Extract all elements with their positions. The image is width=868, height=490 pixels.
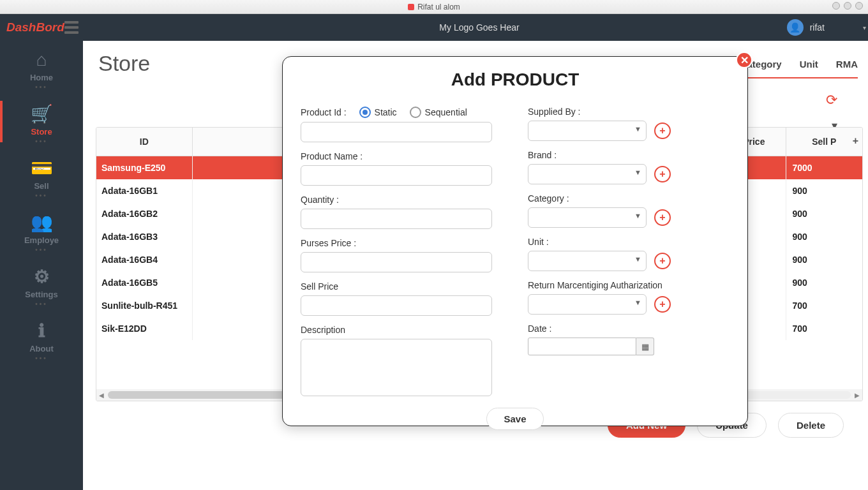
cell-sell-price: 900 [786, 179, 862, 202]
cell-id: Adata-16GB5 [96, 271, 192, 294]
description-label: Description [301, 325, 502, 335]
purses-price-input[interactable] [301, 252, 492, 272]
unit-field-label: Unit : [528, 237, 730, 247]
cell-sell-price: 7000 [786, 156, 862, 180]
cart-icon: 🛒 [31, 103, 53, 124]
radio-static[interactable]: Static [359, 107, 397, 118]
supplied-by-label: Supplied By : [528, 107, 730, 117]
unit-select[interactable] [528, 251, 647, 271]
money-icon: 💳 [31, 158, 53, 179]
delete-button[interactable]: Delete [778, 413, 844, 438]
sidebar-item-label: About [29, 344, 54, 353]
chevron-down-icon: ▼ [634, 255, 641, 263]
sell-price-label: Sell Price [301, 281, 502, 292]
brand-logo: DashBord [6, 20, 64, 34]
cell-id: Adata-16GB1 [96, 179, 192, 202]
sidebar-item-label: Store [31, 127, 52, 137]
cell-id: Sik-E12DD [96, 317, 192, 340]
sidebar-item-label: Sell [34, 181, 49, 191]
description-textarea[interactable] [301, 339, 492, 396]
close-modal-button[interactable]: ✕ [736, 52, 752, 68]
product-name-label: Product Name : [301, 151, 502, 161]
add-unit-button[interactable]: + [654, 253, 671, 269]
app-icon [408, 4, 414, 10]
minimize-icon[interactable] [832, 2, 840, 10]
add-rma-button[interactable]: + [654, 296, 671, 313]
dots-icon: ••• [35, 246, 48, 253]
chevron-down-icon: ▼ [634, 212, 641, 219]
tab-rma[interactable]: RMA [836, 59, 858, 70]
add-product-modal: ✕ Add PRODUCT Product Id : Static Sequen… [282, 56, 748, 426]
home-icon: ⌂ [36, 50, 47, 70]
add-supplier-button[interactable]: + [654, 122, 671, 139]
cell-id: Adata-16GB4 [96, 248, 192, 271]
info-icon: ℹ [38, 320, 45, 341]
sell-price-input[interactable] [301, 295, 492, 316]
cell-id: Adata-16GB3 [96, 225, 192, 248]
brand-select[interactable] [528, 164, 647, 184]
add-column-icon[interactable]: + [853, 135, 858, 147]
chevron-down-icon: ▼ [634, 125, 641, 133]
scroll-left-icon[interactable]: ◀ [96, 392, 107, 399]
refresh-icon[interactable]: ⟳ [826, 92, 837, 108]
cell-sell-price: 700 [786, 317, 862, 340]
save-button[interactable]: Save [486, 408, 543, 430]
brand-field-label: Brand : [528, 150, 730, 160]
gear-icon: ⚙ [34, 266, 50, 287]
col-id[interactable]: ID [96, 128, 192, 156]
sidebar-item-sell[interactable]: 💳 Sell ••• [0, 149, 83, 203]
sidebar-header: DashBord [0, 14, 83, 41]
tab-unit[interactable]: Unit [800, 59, 818, 70]
product-name-input[interactable] [301, 165, 492, 186]
dots-icon: ••• [35, 301, 48, 308]
rma-select[interactable] [528, 294, 647, 315]
sidebar-item-about[interactable]: ℹ About ••• [0, 311, 83, 366]
avatar: 👤 [787, 19, 804, 36]
header-center-text: My Logo Goes Hear [439, 22, 519, 33]
sidebar-item-settings[interactable]: ⚙ Settings ••• [0, 257, 83, 311]
sidebar-item-employe[interactable]: 👥 Employe ••• [0, 203, 83, 257]
maximize-icon[interactable] [844, 2, 851, 10]
category-select[interactable] [528, 207, 647, 228]
sidebar-item-label: Employe [24, 235, 59, 245]
date-label: Date : [528, 323, 730, 334]
window-titlebar: Rifat ul alom [0, 0, 868, 14]
rma-field-label: Return Marcentiging Autharization [528, 280, 730, 290]
radio-sequential[interactable]: Sequential [410, 107, 467, 118]
purses-price-label: Purses Price : [301, 238, 502, 248]
category-field-label: Category : [528, 193, 730, 204]
col-sell-price[interactable]: Sell P [786, 128, 862, 156]
calendar-icon[interactable]: ▦ [636, 338, 654, 355]
sidebar: DashBord ⌂ Home ••• 🛒 Store ••• 💳 Sell •… [0, 14, 83, 490]
radio-icon [359, 107, 371, 118]
cell-sell-price: 900 [786, 225, 862, 248]
sidebar-item-home[interactable]: ⌂ Home ••• [0, 41, 83, 94]
people-icon: 👥 [31, 212, 53, 233]
user-menu[interactable]: 👤 rifat ▾ [787, 19, 866, 36]
topbar: My Logo Goes Hear 👤 rifat ▾ [83, 14, 868, 41]
window-title: Rifat ul alom [417, 3, 460, 11]
supplied-by-select[interactable] [528, 121, 647, 141]
chevron-down-icon: ▾ [863, 24, 866, 31]
sidebar-item-label: Settings [25, 290, 57, 299]
quantity-label: Quantity : [301, 195, 502, 205]
dots-icon: ••• [35, 192, 48, 199]
chevron-down-icon: ▼ [634, 168, 641, 176]
dots-icon: ••• [35, 355, 48, 362]
add-category-button[interactable]: + [654, 209, 671, 226]
user-name-label: rifat [810, 22, 825, 33]
radio-icon [410, 107, 421, 118]
close-icon[interactable] [855, 2, 863, 10]
cell-id: Samsung-E250 [96, 156, 192, 180]
product-id-label: Product Id : [301, 107, 347, 117]
product-id-input[interactable] [301, 122, 492, 142]
cell-sell-price: 900 [786, 248, 862, 271]
hamburger-icon[interactable] [64, 21, 79, 34]
date-input[interactable] [528, 338, 636, 355]
quantity-input[interactable] [301, 209, 492, 229]
sidebar-item-store[interactable]: 🛒 Store ••• [0, 94, 83, 149]
window-controls[interactable] [832, 2, 863, 10]
scroll-right-icon[interactable]: ▶ [852, 392, 862, 399]
dots-icon: ••• [35, 138, 48, 145]
add-brand-button[interactable]: + [654, 166, 671, 182]
